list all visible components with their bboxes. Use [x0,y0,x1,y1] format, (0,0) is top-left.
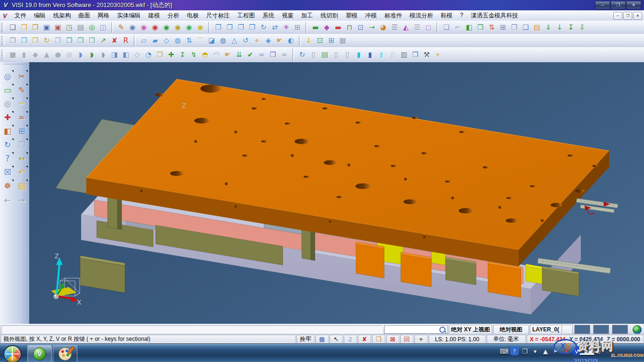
mesh-icon[interactable]: ◍ [172,35,183,46]
toolbar-grip[interactable] [1,49,5,60]
lock-button[interactable]: 拴牢 [297,335,314,344]
materials-icon[interactable]: ◆ [321,22,332,33]
extract-icon[interactable]: ❒ [86,35,98,46]
offset-icon[interactable]: △ [229,35,240,46]
menu-item[interactable]: 模流分析 [406,11,437,21]
flag-error-x-icon[interactable]: ✘ [562,347,570,355]
cyl-solid-icon[interactable]: ▮ [364,49,376,60]
box-entity-icon[interactable]: ❒ [372,335,385,344]
toolbox-icon[interactable]: ⚒ [421,49,432,60]
wcs-icon[interactable]: ✚ [1,111,14,123]
align-bottom-icon[interactable]: ❒ [30,35,41,46]
menu-item[interactable]: 线切割 [317,11,342,21]
new-document-icon[interactable]: ❏ [7,22,18,33]
ghost-cube-icon[interactable]: ◻ [423,22,434,33]
prim-prism-icon[interactable]: ◆ [30,49,41,60]
menu-item[interactable]: 分析 [164,11,183,21]
caret-down-icon[interactable]: ▾ [531,347,539,355]
view-swap-icon[interactable]: ⇄ [269,22,281,33]
paste-icon[interactable]: ▤ [531,22,543,33]
menu-item[interactable]: 线架构 [50,11,75,21]
zoom-solid-icon[interactable]: ◎ [1,98,14,110]
sketch-icon[interactable]: ✎ [16,84,28,96]
taskbar-paint-button[interactable] [53,345,77,362]
stamp-icon[interactable]: ⇩ [577,22,588,33]
grid-icon[interactable]: ⊞ [16,125,28,137]
link-icon[interactable]: ∞ [256,49,267,60]
prism-icon[interactable]: ◭ [400,22,412,33]
spline-icon[interactable]: ≈ [16,111,28,123]
blob-shade-icon[interactable]: ◗ [98,49,109,60]
action-center-flag-icon[interactable]: ⚑ [552,347,560,355]
split-view-icon[interactable]: ◫ [98,22,109,33]
cyl-layers-icon[interactable]: ▤ [319,49,330,60]
view-front-icon[interactable]: ❐ [213,22,224,33]
undo-icon[interactable]: ↶ [16,166,28,178]
dome-icon[interactable]: ◔ [143,49,154,60]
plate-down-icon[interactable]: ↓ [554,22,565,33]
zoom-view-icon[interactable]: ◎ [1,70,14,82]
menu-item[interactable]: 曲面 [74,11,94,21]
blob-green-icon[interactable]: ◗ [86,49,98,60]
prim-sphere-icon[interactable]: ● [52,49,64,60]
window-close-button[interactable]: ✕ [626,1,641,9]
swap12-icon[interactable]: ⇅ [183,35,195,46]
print-icon[interactable]: ▤ [75,22,86,33]
link2-icon[interactable]: ≈ [279,49,290,60]
cyl-mesh-icon[interactable]: ▥ [398,49,410,60]
search-input[interactable] [385,326,439,333]
menu-item[interactable]: 网格 [94,11,113,21]
edge-cube-icon[interactable]: ◨ [109,49,120,60]
snap-frame-icon[interactable]: 回 [400,335,413,344]
section-icon[interactable]: ⊓ [344,22,355,33]
menu-item[interactable]: 建模 [144,11,164,21]
delete-icon[interactable]: ☒ [1,166,14,178]
window-minimize-button[interactable]: ─ [595,1,610,9]
forward-arrow-icon[interactable]: → [16,195,27,206]
arch-icon[interactable]: ◠ [211,49,222,60]
move-solid-icon[interactable]: ❒ [7,35,18,46]
rotate-solid-icon[interactable]: ↻ [41,35,52,46]
yellow-top-icon[interactable]: ◓ [199,49,211,60]
prim-cylinder-icon[interactable]: ▮ [18,49,30,60]
select-box-icon[interactable]: ▭ [1,84,14,96]
plane2-icon[interactable]: ▰ [149,35,161,46]
cyl-outline-icon[interactable]: ▯ [330,49,342,60]
view-dynamic-icon[interactable]: ❐ [235,22,247,33]
import-file-icon[interactable]: ❒ [30,22,41,33]
menu-item[interactable]: 尺寸标注 [202,11,233,21]
corner-block-icon[interactable]: ⌐ [452,22,463,33]
cyl-edit-icon[interactable]: ❒ [410,49,421,60]
show-hidden-icons[interactable]: ▲ [541,347,550,355]
add-icon[interactable]: + [414,335,428,344]
sidebar-grip[interactable] [4,64,25,67]
grid-snap-icon[interactable]: ▦ [315,335,329,344]
toolbar-grip[interactable] [1,23,5,32]
view-back-icon[interactable]: ❐ [224,22,235,33]
mdi-restore-button[interactable]: ❐ [623,12,632,20]
layer-select[interactable]: LAYER_0( [530,325,563,334]
menu-item[interactable]: 冲模 [361,11,380,21]
delete-face-icon[interactable]: ✘ [109,35,120,46]
snap-2d-icon[interactable]: 2 [344,335,357,344]
prim-box-icon[interactable]: ■ [7,49,18,60]
menu-item[interactable]: 系统 [259,11,278,21]
eye-traffic-icon[interactable]: ◉ [149,22,161,33]
viewport-canvas[interactable]: Z [29,62,644,324]
blue-cube-icon[interactable]: ❒ [267,49,279,60]
table-cube-icon[interactable]: ⊞ [497,22,509,33]
eye-plus-minus-icon[interactable]: ◉ [172,22,183,33]
layer-color-button-3[interactable] [612,325,628,334]
cyl-active-icon[interactable]: ▮ [353,49,364,60]
profile-icon[interactable]: ⌐ [16,98,28,110]
wrap-cube-icon[interactable]: ❒ [475,22,486,33]
window-tray-icon[interactable]: ❐ [520,347,529,355]
menu-item[interactable]: 视窗 [278,11,297,21]
mdi-close-button[interactable]: ✕ [633,12,642,20]
delete-entity-icon[interactable]: ✘ [358,335,371,344]
search-box[interactable] [384,325,448,334]
cursor-select-icon[interactable]: ↖ [330,335,343,344]
view-rotate-icon[interactable]: ↻ [258,22,269,33]
menu-item[interactable]: ? [456,11,467,21]
eye-curve-icon[interactable]: ◉ [138,22,149,33]
